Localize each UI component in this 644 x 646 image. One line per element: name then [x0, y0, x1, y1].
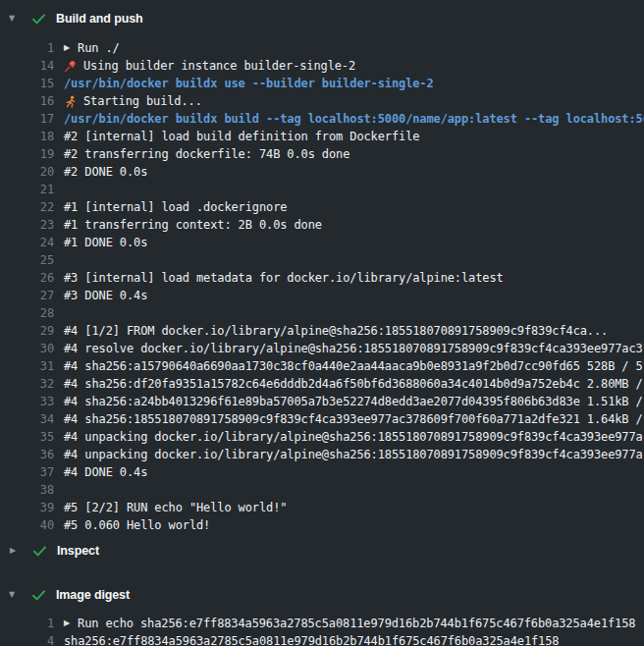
log-line-text: sha256:e7ff8834a5963a2785c5a0811e979d16b…: [64, 632, 559, 646]
log-line-text: #2 transferring dockerfile: 74B 0.0s don…: [64, 145, 349, 163]
log-text: #3 [internal] load metadata for docker.i…: [54, 269, 504, 287]
line-number[interactable]: 32: [0, 375, 54, 393]
log-line: 27 #3 DONE 0.4s: [0, 287, 644, 304]
line-number[interactable]: 31: [0, 357, 54, 375]
line-number[interactable]: 14: [0, 57, 54, 75]
line-number[interactable]: 1: [0, 39, 54, 57]
disclosure-triangle-icon[interactable]: ▶: [0, 542, 33, 560]
log-text: [54, 181, 64, 198]
line-number[interactable]: 34: [0, 410, 54, 428]
log-line-text: #2 [internal] load build definition from…: [64, 128, 419, 145]
section-title: Inspect: [57, 544, 99, 558]
log-line-text: Run ./: [78, 39, 120, 57]
section-title: Image digest: [56, 588, 130, 602]
disclosure-triangle-icon[interactable]: ▼: [0, 586, 32, 604]
line-number[interactable]: 22: [0, 198, 54, 216]
log-text: [54, 304, 64, 322]
log-line-text: #4 unpacking docker.io/library/alpine@sh…: [64, 428, 643, 446]
line-number[interactable]: 38: [0, 481, 54, 499]
log-text: Starting build...: [54, 92, 202, 110]
runner-icon: [64, 95, 77, 108]
log-text: #2 DONE 0.0s: [54, 163, 147, 181]
log-text: #4 [1/2] FROM docker.io/library/alpine@s…: [54, 322, 608, 340]
log-line: 31 #4 sha256:a15790640a6690aa1730c38cf0a…: [0, 357, 644, 375]
log-line: 36 #4 unpacking docker.io/library/alpine…: [0, 446, 644, 463]
log-line: 24 #1 DONE 0.0s: [0, 234, 644, 251]
log-line-text: Starting build...: [83, 92, 202, 110]
log-text: #5 [2/2] RUN echo "Hello world!": [54, 499, 287, 516]
log-text: #5 0.060 Hello world!: [54, 516, 210, 534]
log-line: 38: [0, 481, 644, 499]
log-text: #4 DONE 0.4s: [54, 463, 147, 481]
log-line-text: #4 sha256:a15790640a6690aa1730c38cf0a440…: [64, 357, 643, 375]
log-text: /usr/bin/docker buildx use --builder bui…: [54, 75, 434, 92]
log-text: [54, 481, 64, 499]
line-number[interactable]: 4: [0, 632, 54, 646]
log-line-text: /usr/bin/docker buildx build --tag local…: [64, 110, 644, 128]
line-number[interactable]: 16: [0, 92, 54, 110]
line-number[interactable]: 36: [0, 446, 54, 463]
section-header[interactable]: ▼ Image digest: [0, 586, 644, 604]
section-title: Build and push: [56, 12, 143, 26]
line-number[interactable]: 1: [0, 615, 54, 632]
log-line: 1 ▶Run echo sha256:e7ff8834a5963a2785c5a…: [0, 615, 644, 632]
log-line: 39 #5 [2/2] RUN echo "Hello world!": [0, 499, 644, 516]
log-text: #4 sha256:185518070891758909c9f839cf4ca3…: [54, 410, 643, 428]
log-line: 34 #4 sha256:185518070891758909c9f839cf4…: [0, 410, 644, 428]
line-number[interactable]: 21: [0, 181, 54, 198]
run-expander-icon[interactable]: ▶: [64, 39, 70, 57]
section-header[interactable]: ▶ Inspect: [0, 542, 644, 560]
log-line-text: #4 [1/2] FROM docker.io/library/alpine@s…: [64, 322, 608, 340]
log-section-image-digest: ▼ Image digest 1 ▶Run echo sha256:e7ff88…: [0, 586, 644, 646]
line-number[interactable]: 27: [0, 287, 54, 304]
log-line: 26 #3 [internal] load metadata for docke…: [0, 269, 644, 287]
log-text: [54, 251, 64, 269]
log-line-text: #1 DONE 0.0s: [64, 234, 147, 251]
log-text: Using builder instance builder-single-2: [54, 57, 355, 75]
line-number[interactable]: 37: [0, 463, 54, 481]
line-number[interactable]: 25: [0, 251, 54, 269]
log-line-text: /usr/bin/docker buildx use --builder bui…: [64, 75, 434, 92]
log-line-text: #5 [2/2] RUN echo "Hello world!": [64, 499, 287, 516]
log-line-text: #3 [internal] load metadata for docker.i…: [64, 269, 504, 287]
log-line: 14 Using builder instance builder-single…: [0, 57, 644, 75]
line-number[interactable]: 23: [0, 216, 54, 234]
log-text: sha256:e7ff8834a5963a2785c5a0811e979d16b…: [54, 632, 559, 646]
log-line: 21: [0, 181, 644, 198]
line-number[interactable]: 28: [0, 304, 54, 322]
log-sections-root: ▼ Build and push 1 ▶Run ./ 14 Using buil…: [0, 10, 644, 646]
log-line-text: #4 sha256:df20fa9351a15782c64e6dddb2d4a6…: [64, 375, 643, 393]
line-number[interactable]: 26: [0, 269, 54, 287]
log-line-text: #1 transferring context: 2B 0.0s done: [64, 216, 322, 234]
line-number[interactable]: 39: [0, 499, 54, 516]
line-number[interactable]: 33: [0, 393, 54, 410]
log-line-text: #4 resolve docker.io/library/alpine@sha2…: [64, 340, 643, 357]
log-line: 37 #4 DONE 0.4s: [0, 463, 644, 481]
log-text: #4 sha256:df20fa9351a15782c64e6dddb2d4a6…: [54, 375, 643, 393]
disclosure-triangle-icon[interactable]: ▼: [0, 10, 32, 27]
log-line: 23 #1 transferring context: 2B 0.0s done: [0, 216, 644, 234]
log-line-text: #4 sha256:185518070891758909c9f839cf4ca3…: [64, 410, 643, 428]
log-line: 4 sha256:e7ff8834a5963a2785c5a0811e979d1…: [0, 632, 644, 646]
line-number[interactable]: 20: [0, 163, 54, 181]
line-number[interactable]: 30: [0, 340, 54, 357]
log-line: 22 #1 [internal] load .dockerignore: [0, 198, 644, 216]
line-number[interactable]: 15: [0, 75, 54, 92]
line-number[interactable]: 18: [0, 128, 54, 145]
log-text: #4 unpacking docker.io/library/alpine@sh…: [54, 428, 643, 446]
log-line-text: #2 DONE 0.0s: [64, 163, 147, 181]
log-line: 1 ▶Run ./: [0, 39, 644, 57]
section-header[interactable]: ▼ Build and push: [0, 10, 644, 27]
log-line: 25: [0, 251, 644, 269]
workflow-log-viewer: ▼ Build and push 1 ▶Run ./ 14 Using buil…: [0, 0, 644, 646]
line-number[interactable]: 35: [0, 428, 54, 446]
run-expander-icon[interactable]: ▶: [64, 615, 70, 632]
log-line-text: #5 0.060 Hello world!: [64, 516, 210, 534]
line-number[interactable]: 24: [0, 234, 54, 251]
line-number[interactable]: 40: [0, 516, 54, 534]
line-number[interactable]: 19: [0, 145, 54, 163]
line-number[interactable]: 29: [0, 322, 54, 340]
log-line: 40 #5 0.060 Hello world!: [0, 516, 644, 534]
log-text: #4 sha256:a24bb4013296f61e89ba57005a7b3e…: [54, 393, 643, 410]
line-number[interactable]: 17: [0, 110, 54, 128]
